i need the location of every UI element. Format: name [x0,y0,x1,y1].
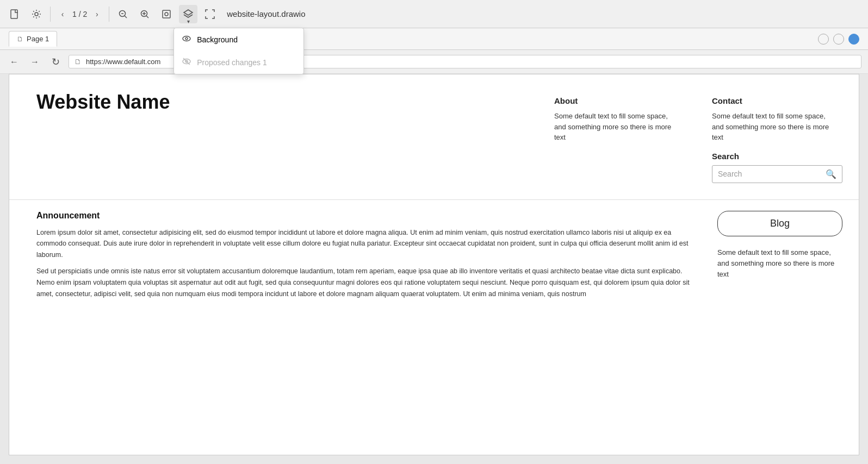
site-body: Announcement Lorem ipsum dolor sit amet,… [9,200,859,311]
search-placeholder: Search [718,170,826,178]
announcement-title: Announcement [36,211,701,221]
contact-title: Contact [712,96,842,105]
svg-rect-0 [11,10,17,18]
site-name: Website Name [36,91,170,114]
zoom-in-button[interactable] [135,5,154,23]
tab-page1[interactable]: 🗋 Page 1 [9,31,57,47]
tab-page1-label: Page 1 [27,35,49,43]
file-title: website-layout.drawio [227,9,305,18]
layers-dropdown-container: ▾ Background [179,5,197,23]
site-nav: About Some default text to fill some spa… [554,91,842,183]
contact-section: Contact Some default text to fill some s… [712,96,842,183]
forward-button[interactable]: → [27,54,42,70]
window-maximize-button[interactable] [848,34,859,45]
eye-icon [182,34,191,46]
sidebar-text: Some default text to fill some space, an… [717,247,842,280]
window-minimize-button[interactable] [833,34,844,45]
svg-point-10 [165,12,168,16]
svg-line-8 [146,16,148,18]
eye-slash-icon [182,57,191,68]
canvas-wrapper: 🗋 Page 1 ← → ↻ 🗋 https://www.default.com… [0,28,868,464]
tab-bar: 🗋 Page 1 [0,28,868,50]
separator-2 [109,7,109,22]
layer-background-label: Background [197,35,238,44]
announcement-section: Announcement Lorem ipsum dolor sit amet,… [36,211,701,300]
svg-point-13 [185,37,188,40]
layers-button[interactable]: ▾ [179,5,197,23]
separator-1 [50,7,51,22]
contact-text: Some default text to fill some space, an… [712,111,837,143]
page-navigation: ‹ 1 / 2 › [55,7,104,22]
layers-dropdown: Background Proposed changes 1 [173,28,304,74]
blog-button[interactable]: Blog [717,211,842,236]
search-button[interactable]: 🔍 [826,169,836,179]
layer-proposed-label: Proposed changes 1 [197,58,266,67]
announcement-text-1: Lorem ipsum dolor sit amet, consectetur … [36,227,701,261]
page-indicator: 1 / 2 [72,10,87,18]
about-text: Some default text to fill some space, an… [554,111,679,143]
fullscreen-button[interactable] [201,5,219,23]
browser-chrome: ← → ↻ 🗋 https://www.default.com [0,50,868,74]
svg-marker-11 [184,10,193,15]
new-file-button[interactable] [5,5,24,23]
about-section: About Some default text to fill some spa… [554,96,679,183]
layer-background-item[interactable]: Background [174,28,303,51]
page-icon: 🗋 [75,58,82,66]
toolbar: ‹ 1 / 2 › ▾ [0,0,868,28]
window-controls [818,34,859,45]
next-page-button[interactable]: › [89,7,104,22]
address-text: https://www.default.com [86,58,160,66]
svg-point-12 [183,36,190,41]
prev-page-button[interactable]: ‹ [55,7,70,22]
settings-button[interactable] [27,5,46,23]
site-header: Website Name About Some default text to … [9,74,859,200]
window-close-button[interactable] [818,34,829,45]
svg-rect-9 [163,10,170,18]
page-content: Website Name About Some default text to … [9,74,859,455]
site-logo-area: Website Name [36,91,554,183]
zoom-out-button[interactable] [114,5,132,23]
announcement-text-2: Sed ut perspiciatis unde omnis iste natu… [36,266,701,299]
search-box[interactable]: Search 🔍 [712,165,842,183]
fit-page-button[interactable] [157,5,176,23]
refresh-button[interactable]: ↻ [48,54,63,70]
svg-line-4 [125,16,127,18]
back-button[interactable]: ← [7,54,22,70]
about-title: About [554,96,679,105]
search-label: Search [712,152,842,161]
layer-proposed-item[interactable]: Proposed changes 1 [174,51,303,74]
sidebar-section: Blog Some default text to fill some spac… [717,211,842,300]
page-icon: 🗋 [17,35,23,43]
svg-point-1 [35,12,38,16]
